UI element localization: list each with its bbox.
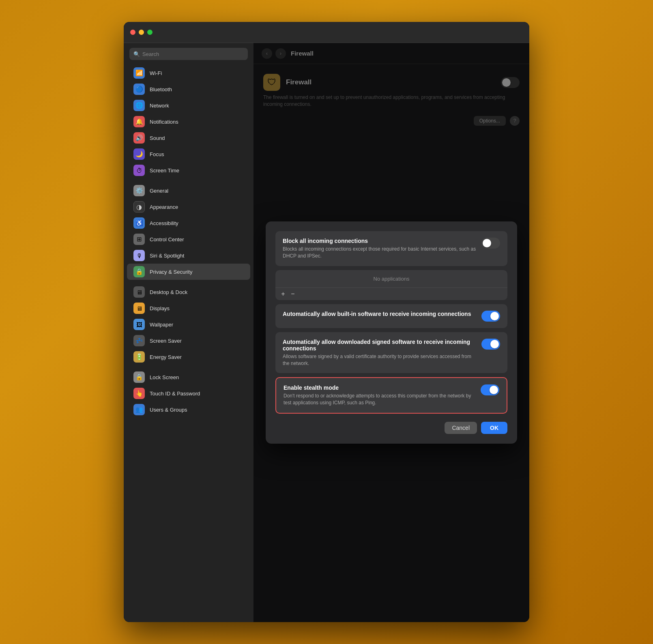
sidebar-label-desktop: Desktop & Dock xyxy=(150,289,187,295)
sidebar-item-bluetooth[interactable]: 🔵 Bluetooth xyxy=(127,81,250,97)
sidebar-label-wifi: Wi-Fi xyxy=(150,70,162,76)
block-all-title: Block all incoming connections xyxy=(283,238,477,244)
auto-builtin-title: Automatically allow built-in software to… xyxy=(283,311,477,317)
sidebar-item-privacy[interactable]: 🔒 Privacy & Security xyxy=(127,264,250,280)
auto-builtin-toggle[interactable] xyxy=(481,311,500,322)
notifications-icon: 🔔 xyxy=(133,116,145,127)
focus-icon: 🌙 xyxy=(133,148,145,160)
sidebar-label-energysaver: Energy Saver xyxy=(150,354,182,360)
search-placeholder: Search xyxy=(142,51,159,57)
traffic-lights xyxy=(130,30,153,35)
stealth-mode-toggle-knob xyxy=(490,386,498,394)
sidebar-label-wallpaper: Wallpaper xyxy=(150,322,173,328)
stealth-mode-title: Enable stealth mode xyxy=(284,384,476,391)
apps-controls: + − xyxy=(275,288,507,300)
sidebar-label-screentime: Screen Time xyxy=(150,167,179,174)
apps-empty-label: No applications xyxy=(275,270,507,288)
cancel-button[interactable]: Cancel xyxy=(445,422,477,434)
sidebar-item-displays[interactable]: 🖥 Displays xyxy=(127,300,250,316)
sidebar-item-focus[interactable]: 🌙 Focus xyxy=(127,146,250,162)
sidebar-item-wifi[interactable]: 📶 Wi-Fi xyxy=(127,65,250,81)
block-all-toggle[interactable] xyxy=(481,238,500,249)
search-bar[interactable]: 🔍 Search xyxy=(129,48,248,60)
sidebar-item-network[interactable]: 🌐 Network xyxy=(127,97,250,114)
auto-builtin-text: Automatically allow built-in software to… xyxy=(283,311,477,319)
sidebar-label-privacy: Privacy & Security xyxy=(150,269,192,275)
sidebar-item-wallpaper[interactable]: 🖼 Wallpaper xyxy=(127,316,250,333)
auto-signed-desc: Allows software signed by a valid certif… xyxy=(283,353,477,367)
sidebar-label-focus: Focus xyxy=(150,151,164,157)
block-all-text: Block all incoming connections Blocks al… xyxy=(283,238,477,260)
maximize-button[interactable] xyxy=(147,30,153,35)
sidebar: 🔍 Search 📶 Wi-Fi 🔵 Bluetooth 🌐 Network 🔔… xyxy=(124,43,253,622)
sidebar-label-bluetooth: Bluetooth xyxy=(150,86,172,92)
auto-signed-row: Automatically allow downloaded signed so… xyxy=(283,339,500,367)
wifi-icon: 📶 xyxy=(133,67,145,79)
auto-signed-toggle[interactable] xyxy=(481,339,500,350)
add-app-button[interactable]: + xyxy=(279,290,288,298)
stealth-mode-section: Enable stealth mode Don't respond to or … xyxy=(275,377,507,414)
firewall-options-modal: Block all incoming connections Blocks al… xyxy=(266,221,517,444)
sidebar-label-notifications: Notifications xyxy=(150,119,178,125)
sidebar-item-screentime[interactable]: ⏱ Screen Time xyxy=(127,162,250,178)
sidebar-item-screensaver[interactable]: 💤 Screen Saver xyxy=(127,333,250,349)
screensaver-icon: 💤 xyxy=(133,335,145,346)
main-content: 🔍 Search 📶 Wi-Fi 🔵 Bluetooth 🌐 Network 🔔… xyxy=(124,43,529,622)
privacy-icon: 🔒 xyxy=(133,266,145,277)
sidebar-item-desktop[interactable]: 🖥 Desktop & Dock xyxy=(127,284,250,300)
sidebar-item-users[interactable]: 👥 Users & Groups xyxy=(127,401,250,418)
sidebar-label-users: Users & Groups xyxy=(150,407,187,413)
sidebar-item-siri[interactable]: 🎙 Siri & Spotlight xyxy=(127,247,250,264)
close-button[interactable] xyxy=(130,30,135,35)
sidebar-label-appearance: Appearance xyxy=(150,204,178,210)
titlebar xyxy=(124,22,529,43)
sidebar-item-controlcenter[interactable]: ⊞ Control Center xyxy=(127,231,250,247)
sidebar-item-notifications[interactable]: 🔔 Notifications xyxy=(127,114,250,130)
block-all-toggle-knob xyxy=(483,239,491,247)
block-all-desc: Blocks all incoming connections except t… xyxy=(283,246,477,260)
minimize-button[interactable] xyxy=(139,30,144,35)
remove-app-button[interactable]: − xyxy=(288,290,297,298)
auto-signed-title: Automatically allow downloaded signed so… xyxy=(283,339,477,352)
wallpaper-icon: 🖼 xyxy=(133,319,145,330)
bluetooth-icon: 🔵 xyxy=(133,84,145,95)
auto-builtin-toggle-knob xyxy=(490,312,499,320)
auto-signed-text: Automatically allow downloaded signed so… xyxy=(283,339,477,367)
sidebar-item-general[interactable]: ⚙️ General xyxy=(127,182,250,199)
accessibility-icon: ♿ xyxy=(133,217,145,229)
sidebar-label-accessibility: Accessibility xyxy=(150,220,178,226)
block-all-section: Block all incoming connections Blocks al… xyxy=(275,231,507,266)
sidebar-item-lockscreen[interactable]: 🔒 Lock Screen xyxy=(127,369,250,385)
modal-footer: Cancel OK xyxy=(275,422,507,434)
sidebar-item-energysaver[interactable]: 🔋 Energy Saver xyxy=(127,349,250,365)
sidebar-item-appearance[interactable]: ◑ Appearance xyxy=(127,199,250,215)
sidebar-label-displays: Displays xyxy=(150,305,170,311)
modal-overlay: Block all incoming connections Blocks al… xyxy=(253,43,529,622)
desktop-icon: 🖥 xyxy=(133,286,145,298)
siri-icon: 🎙 xyxy=(133,250,145,261)
general-icon: ⚙️ xyxy=(133,185,145,196)
auto-signed-section: Automatically allow downloaded signed so… xyxy=(275,332,507,374)
sidebar-item-touchid[interactable]: 👆 Touch ID & Password xyxy=(127,385,250,401)
lockscreen-icon: 🔒 xyxy=(133,371,145,383)
system-preferences-window: 🔍 Search 📶 Wi-Fi 🔵 Bluetooth 🌐 Network 🔔… xyxy=(124,22,529,622)
appearance-icon: ◑ xyxy=(133,201,145,213)
displays-icon: 🖥 xyxy=(133,303,145,314)
sidebar-label-network: Network xyxy=(150,103,169,109)
sidebar-label-sound: Sound xyxy=(150,135,165,141)
stealth-mode-toggle[interactable] xyxy=(481,384,499,395)
sidebar-item-accessibility[interactable]: ♿ Accessibility xyxy=(127,215,250,231)
auto-signed-toggle-knob xyxy=(490,340,499,348)
sidebar-item-sound[interactable]: 🔊 Sound xyxy=(127,130,250,146)
users-icon: 👥 xyxy=(133,404,145,415)
detail-pane: ‹ › Firewall 🛡 Firewall The firewall is … xyxy=(253,43,529,622)
search-icon: 🔍 xyxy=(133,51,140,57)
applications-section: No applications + − xyxy=(275,270,507,300)
network-icon: 🌐 xyxy=(133,100,145,111)
stealth-mode-text: Enable stealth mode Don't respond to or … xyxy=(284,384,476,406)
ok-button[interactable]: OK xyxy=(481,422,507,434)
block-all-row: Block all incoming connections Blocks al… xyxy=(283,238,500,260)
auto-builtin-section: Automatically allow built-in software to… xyxy=(275,304,507,328)
sidebar-label-general: General xyxy=(150,188,168,194)
screentime-icon: ⏱ xyxy=(133,165,145,176)
